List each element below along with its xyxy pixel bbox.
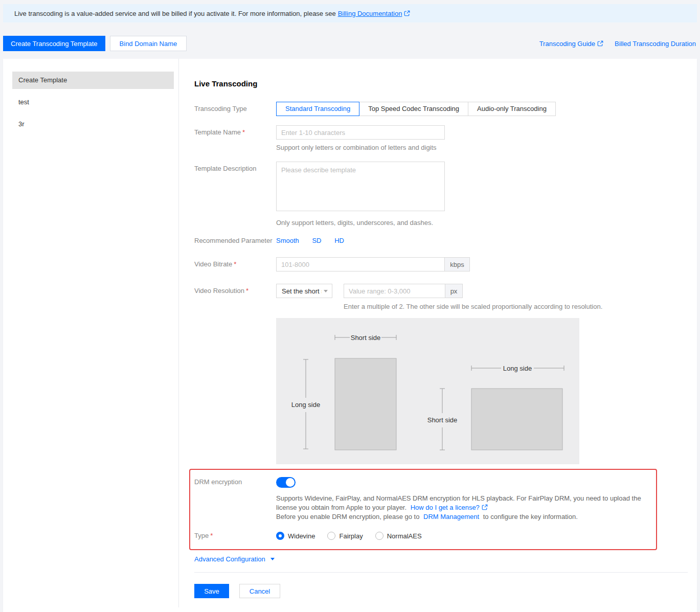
- drm-description: Supports Widevine, FairPlay, and NormalA…: [276, 494, 649, 512]
- external-link-icon: [482, 504, 488, 510]
- template-name-helper: Support only letters or combination of l…: [276, 144, 445, 151]
- radio-unselected-icon: [375, 532, 383, 540]
- template-description-control: Only support letters, digits, underscore…: [276, 162, 445, 226]
- external-link-icon: [404, 10, 410, 16]
- required-asterisk: *: [234, 260, 236, 268]
- required-asterisk: *: [246, 287, 249, 294]
- resolution-diagram-svg: Short side Long side: [276, 318, 579, 464]
- template-description-label: Template Description: [194, 162, 276, 226]
- billed-transcoding-duration-link[interactable]: Billed Transcoding Duration: [615, 40, 696, 48]
- banner-text: Live transcoding is a value-added servic…: [14, 10, 336, 17]
- radio-normalaes[interactable]: NormalAES: [375, 532, 422, 540]
- video-resolution-helper: Enter a multiple of 2. The other side wi…: [344, 303, 602, 310]
- video-bitrate-input[interactable]: [276, 257, 445, 271]
- portrait-long-side-label: Long side: [291, 401, 320, 409]
- recommended-parameter-label: Recommended Parameter: [194, 236, 276, 246]
- resolution-mode-select[interactable]: Set the short s: [276, 284, 332, 298]
- video-resolution-label: Video Resolution*: [194, 284, 276, 310]
- video-resolution-inputs: Set the short s px: [276, 284, 602, 298]
- video-resolution-row: Video Resolution* Set the short s px Ent…: [194, 284, 688, 310]
- sidebar-item-test[interactable]: test: [12, 94, 174, 111]
- tab-top-speed-codec-transcoding[interactable]: Top Speed Codec Transcoding: [359, 102, 468, 116]
- advanced-configuration-link[interactable]: Advanced Configuration: [194, 555, 275, 563]
- transcoding-guide-link[interactable]: Transcoding Guide: [539, 40, 603, 48]
- px-unit-label: px: [445, 284, 463, 298]
- template-name-control: Support only letters or combination of l…: [276, 125, 445, 151]
- recommended-parameter-row: Recommended Parameter Smooth SD HD: [194, 236, 688, 246]
- drm-highlight-box: DRM encryption Supports Widevine, FairPl…: [189, 469, 657, 550]
- toggle-wrap: [276, 475, 649, 489]
- sidebar-item-create-template[interactable]: Create Template: [12, 72, 174, 89]
- recommended-parameter-options: Smooth SD HD: [276, 236, 355, 246]
- transcoding-type-row: Transcoding Type Standard Transcoding To…: [194, 102, 688, 116]
- drm-management-link[interactable]: DRM Management: [423, 513, 479, 520]
- required-asterisk: *: [210, 532, 213, 539]
- template-sidebar: Create Template test 3r: [3, 59, 174, 612]
- transcoding-type-tabs: Standard Transcoding Top Speed Codec Tra…: [276, 102, 556, 116]
- landscape-example: Long side Short side: [427, 365, 564, 450]
- license-help-link[interactable]: How do I get a license?: [411, 504, 488, 511]
- drm-type-options: Widevine Fairplay NormalAES: [276, 529, 422, 543]
- video-bitrate-control: kbps: [276, 257, 470, 271]
- external-link-icon: [597, 40, 603, 47]
- section-divider: [194, 572, 688, 573]
- drm-type-row: Type* Widevine Fairplay NormalAES: [194, 529, 646, 543]
- video-resolution-control: Set the short s px Enter a multiple of 2…: [276, 284, 602, 310]
- param-hd-link[interactable]: HD: [334, 237, 344, 244]
- video-bitrate-row: Video Bitrate* kbps: [194, 257, 688, 271]
- toggle-knob: [286, 478, 295, 487]
- radio-widevine[interactable]: Widevine: [276, 532, 315, 540]
- landscape-long-side-label: Long side: [503, 365, 532, 372]
- transcoding-type-label: Transcoding Type: [194, 102, 276, 116]
- live-transcoding-form: Live Transcoding Transcoding Type Standa…: [194, 59, 697, 612]
- video-resolution-input[interactable]: [344, 284, 445, 298]
- billing-documentation-link[interactable]: Billing Documentation: [338, 10, 402, 17]
- landscape-rectangle: [471, 389, 562, 450]
- page-title: Live Transcoding: [194, 79, 688, 88]
- bind-domain-name-button[interactable]: Bind Domain Name: [110, 36, 187, 51]
- chevron-down-icon: [270, 558, 275, 560]
- vertical-divider: [178, 59, 179, 607]
- template-description-textarea[interactable]: [276, 162, 445, 211]
- kbps-unit-label: kbps: [445, 257, 470, 271]
- sidebar-item-3r[interactable]: 3r: [12, 116, 174, 133]
- param-smooth-link[interactable]: Smooth: [276, 237, 299, 244]
- template-name-row: Template Name* Support only letters or c…: [194, 125, 688, 151]
- required-asterisk: *: [242, 128, 245, 136]
- create-transcoding-template-button[interactable]: Create Transcoding Template: [3, 36, 105, 51]
- tab-audio-only-transcoding[interactable]: Audio-only Transcoding: [468, 102, 556, 116]
- tab-standard-transcoding[interactable]: Standard Transcoding: [276, 102, 359, 116]
- page: Live transcoding is a value-added servic…: [0, 0, 700, 612]
- portrait-rectangle: [335, 358, 396, 450]
- param-sd-link[interactable]: SD: [312, 237, 321, 244]
- transcoding-guide-label: Transcoding Guide: [539, 40, 595, 48]
- toolbar: Create Transcoding Template Bind Domain …: [3, 36, 697, 51]
- portrait-example: Short side Long side: [291, 334, 396, 450]
- template-description-row: Template Description Only support letter…: [194, 162, 688, 226]
- cancel-button[interactable]: Cancel: [239, 584, 280, 598]
- portrait-short-side-label: Short side: [351, 334, 381, 342]
- drm-encryption-control: Supports Widevine, FairPlay, and NormalA…: [276, 475, 649, 522]
- radio-selected-icon: [276, 532, 284, 540]
- billing-banner: Live transcoding is a value-added servic…: [3, 4, 697, 22]
- form-actions: Save Cancel: [194, 584, 688, 598]
- save-button[interactable]: Save: [194, 584, 229, 598]
- resolution-mode-value: Set the short s: [282, 287, 322, 295]
- toolbar-links: Transcoding Guide Billed Transcoding Dur…: [539, 40, 697, 48]
- template-name-label: Template Name*: [194, 125, 276, 151]
- main-card: Create Template test 3r Live Transcoding…: [3, 59, 697, 612]
- drm-encryption-row: DRM encryption Supports Widevine, FairPl…: [194, 475, 646, 522]
- drm-encryption-label: DRM encryption: [194, 475, 276, 522]
- radio-fairplay[interactable]: Fairplay: [327, 532, 363, 540]
- resolution-diagram: Short side Long side: [276, 318, 579, 464]
- chevron-down-icon: [324, 290, 328, 292]
- template-description-helper: Only support letters, digits, underscore…: [276, 219, 445, 226]
- drm-type-label: Type*: [194, 529, 276, 543]
- radio-unselected-icon: [327, 532, 335, 540]
- drm-encryption-toggle[interactable]: [276, 477, 296, 488]
- template-name-input[interactable]: [276, 125, 445, 140]
- landscape-short-side-label: Short side: [427, 416, 458, 424]
- video-bitrate-label: Video Bitrate*: [194, 257, 276, 271]
- drm-note: Before you enable DRM encryption, please…: [276, 512, 649, 522]
